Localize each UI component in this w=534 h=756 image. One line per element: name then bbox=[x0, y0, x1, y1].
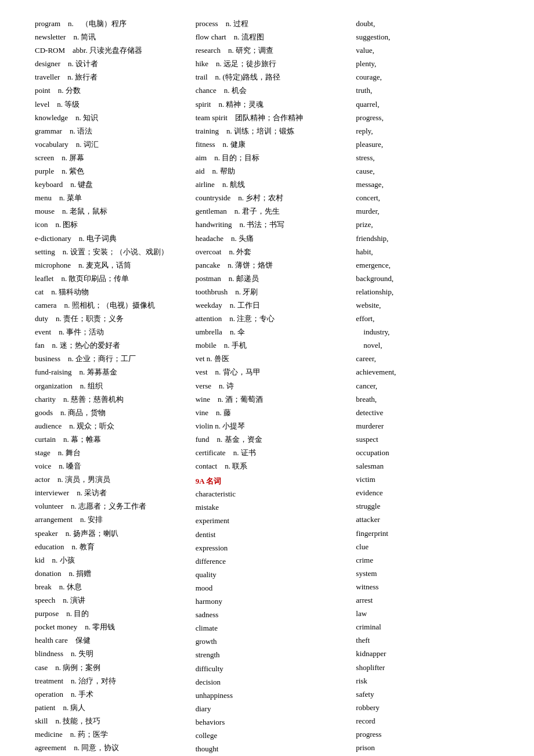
list-item: traveller n. 旅行者 bbox=[35, 71, 190, 84]
list-item: audience n. 观众；听众 bbox=[35, 420, 190, 433]
list-item: college bbox=[196, 729, 351, 742]
list-item: designer n. 设计者 bbox=[35, 57, 190, 70]
list-item: friendship, bbox=[356, 232, 511, 245]
list-item: cat n. 猫科动物 bbox=[35, 286, 190, 298]
list-item: witness bbox=[356, 581, 511, 593]
list-item: e-dictionary n. 电子词典 bbox=[35, 232, 190, 245]
list-item: message, bbox=[356, 178, 511, 191]
list-item: breath, bbox=[356, 393, 511, 406]
list-item: difference bbox=[196, 555, 351, 568]
list-item: growth bbox=[196, 635, 351, 648]
list-item: murderer bbox=[356, 420, 511, 433]
list-item: chance n. 机会 bbox=[196, 84, 351, 97]
list-item: menu n. 菜单 bbox=[35, 192, 190, 204]
list-item: vet n. 兽医 bbox=[196, 352, 351, 365]
list-item: decision bbox=[196, 676, 351, 689]
list-item: trail n. (特定)路线，路径 bbox=[196, 71, 351, 84]
list-item: headache n. 头痛 bbox=[196, 232, 351, 245]
list-item: mouse n. 老鼠，鼠标 bbox=[35, 205, 190, 218]
list-item: crime bbox=[356, 554, 511, 567]
list-item: setting n. 设置；安装；（小说、戏剧） bbox=[35, 246, 190, 258]
list-item: icon n. 图标 bbox=[35, 218, 190, 231]
list-item: patient n. 病人 bbox=[35, 701, 190, 714]
list-item: team spirit 团队精神；合作精神 bbox=[196, 111, 351, 124]
list-item: keyboard n. 键盘 bbox=[35, 178, 190, 191]
list-item: career, bbox=[356, 352, 511, 365]
list-item: gentleman n. 君子，先生 bbox=[196, 205, 351, 218]
list-item: donation n. 捐赠 bbox=[35, 567, 190, 580]
column-3: doubt,suggestion,value,plenty,courage,tr… bbox=[356, 17, 511, 756]
list-item: research n. 研究；调查 bbox=[196, 44, 351, 57]
list-item: vest n. 背心，马甲 bbox=[196, 366, 351, 379]
list-item: arrest bbox=[356, 594, 511, 607]
list-item: victim bbox=[356, 473, 511, 486]
list-item: treatment n. 治疗，对待 bbox=[35, 675, 190, 687]
list-item: concert, bbox=[356, 192, 511, 204]
list-item: harmony bbox=[196, 595, 351, 608]
list-item: prize, bbox=[356, 218, 511, 231]
list-item: achievement, bbox=[356, 366, 511, 379]
list-item: strength bbox=[196, 649, 351, 661]
list-item: purple n. 紫色 bbox=[35, 165, 190, 178]
list-item: detective bbox=[356, 406, 511, 419]
list-item: verse n. 诗 bbox=[196, 380, 351, 393]
list-item: screen n. 屏幕 bbox=[35, 152, 190, 164]
list-item: cancer, bbox=[356, 380, 511, 393]
list-item: expression bbox=[196, 542, 351, 555]
list-item: plenty, bbox=[356, 57, 511, 70]
list-item: goods n. 商品，货物 bbox=[35, 406, 190, 419]
list-item: blindness n. 失明 bbox=[35, 647, 190, 660]
list-item: fan n. 迷；热心的爱好者 bbox=[35, 339, 190, 352]
list-item: safety bbox=[356, 688, 511, 701]
list-item: thought bbox=[196, 743, 351, 755]
list-item: mistake bbox=[196, 501, 351, 514]
list-item: prison bbox=[356, 741, 511, 754]
list-item: fingerprint bbox=[356, 527, 511, 540]
list-item: law bbox=[356, 607, 511, 620]
list-item: grammar n. 语法 bbox=[35, 125, 190, 138]
list-item: toothbrush n. 牙刷 bbox=[196, 286, 351, 298]
list-item: training n. 训练；培训；锻炼 bbox=[196, 125, 351, 138]
list-item: evidence bbox=[356, 487, 511, 499]
list-item: newsletter n. 简讯 bbox=[35, 31, 190, 44]
list-item: operation n. 手术 bbox=[35, 688, 190, 701]
list-item: novel, bbox=[356, 339, 511, 352]
list-item: camera n. 照相机；（电视）摄像机 bbox=[35, 299, 190, 312]
list-item: medicine n. 药；医学 bbox=[35, 728, 190, 741]
list-item: curtain n. 幕；帷幕 bbox=[35, 433, 190, 446]
list-item: event n. 事件；活动 bbox=[35, 326, 190, 339]
section-9a-header: 9A 名词 bbox=[196, 475, 351, 488]
list-item: mood bbox=[196, 582, 351, 595]
list-item: diary bbox=[196, 703, 351, 715]
list-item: CD-ROM abbr. 只读光盘存储器 bbox=[35, 44, 190, 57]
list-item: habit, bbox=[356, 246, 511, 258]
list-item: value, bbox=[356, 44, 511, 57]
list-item: microphone n. 麦克风，话筒 bbox=[35, 259, 190, 272]
list-item: kid n. 小孩 bbox=[35, 554, 190, 567]
list-item: aid n. 帮助 bbox=[196, 165, 351, 178]
list-item: business n. 企业；商行；工厂 bbox=[35, 352, 190, 365]
list-item: suspect bbox=[356, 433, 511, 446]
list-item: experiment bbox=[196, 514, 351, 527]
list-item: contact n. 联系 bbox=[196, 460, 351, 473]
list-item: process n. 过程 bbox=[196, 17, 351, 30]
list-item: agreement n. 同意，协议 bbox=[35, 741, 190, 754]
list-item: reply, bbox=[356, 125, 511, 138]
list-item: occupation bbox=[356, 447, 511, 459]
list-item: salesman bbox=[356, 460, 511, 473]
list-item: arrangement n. 安排 bbox=[35, 513, 190, 526]
list-item: education n. 教育 bbox=[35, 541, 190, 553]
list-item: mobile n. 手机 bbox=[196, 339, 351, 352]
list-item: organization n. 组织 bbox=[35, 380, 190, 393]
list-item: characteristic bbox=[196, 488, 351, 501]
list-item: vocabulary n. 词汇 bbox=[35, 138, 190, 151]
list-item: stage n. 舞台 bbox=[35, 447, 190, 459]
list-item: murder, bbox=[356, 205, 511, 218]
list-item: program n. （电脑）程序 bbox=[35, 17, 190, 30]
list-item: countryside n. 乡村；农村 bbox=[196, 192, 351, 204]
list-item: fitness n. 健康 bbox=[196, 138, 351, 151]
list-item: risk bbox=[356, 675, 511, 687]
list-item: progress bbox=[356, 728, 511, 741]
list-item: interviewer n. 采访者 bbox=[35, 487, 190, 499]
list-item: effort, bbox=[356, 312, 511, 325]
